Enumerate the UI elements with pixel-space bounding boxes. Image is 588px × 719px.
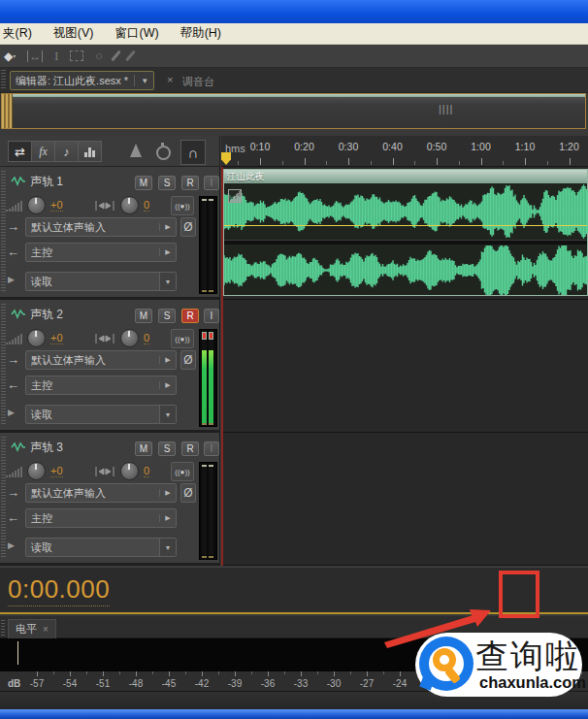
phase-invert-button[interactable]: Ø bbox=[180, 350, 196, 370]
volume-value[interactable]: +0 bbox=[50, 199, 63, 212]
output-select[interactable]: 主控 ▶ bbox=[25, 376, 177, 395]
track-name[interactable]: 声轨 1 bbox=[30, 174, 63, 190]
pan-value[interactable]: 0 bbox=[144, 332, 149, 344]
timeline-lanes[interactable]: 江山此夜 bbox=[221, 167, 588, 566]
tab-editor[interactable]: 编辑器: 江山此夜.sesx * ▼ bbox=[10, 71, 154, 90]
menu-item-2[interactable]: 窗口(W) bbox=[115, 25, 159, 42]
input-select-arrow-icon[interactable]: ▶ bbox=[159, 223, 176, 231]
volume-value[interactable]: +0 bbox=[50, 332, 63, 344]
levels-tab-close-icon[interactable]: × bbox=[43, 624, 49, 635]
input-select-arrow-icon[interactable]: ▶ bbox=[159, 356, 176, 364]
metronome-icon[interactable] bbox=[130, 144, 142, 157]
output-select-arrow-icon[interactable]: ▶ bbox=[159, 514, 176, 522]
output-select-arrow-icon[interactable]: ▶ bbox=[159, 248, 176, 256]
input-monitor-button[interactable]: I bbox=[204, 176, 219, 190]
fade-in-handle[interactable] bbox=[228, 189, 242, 203]
tab-grip[interactable] bbox=[1, 70, 6, 89]
track1-lane[interactable]: 江山此夜 bbox=[221, 167, 588, 300]
spot-healing-brush-tool-icon[interactable] bbox=[125, 50, 136, 62]
move-tool-icon[interactable]: ◆▾ bbox=[4, 50, 16, 62]
menu-item-1[interactable]: 视图(V) bbox=[53, 25, 94, 42]
automation-select-arrow-icon[interactable]: ▼ bbox=[159, 406, 176, 423]
track-name[interactable]: 声轨 3 bbox=[30, 440, 63, 456]
eq-button[interactable] bbox=[78, 141, 102, 162]
pan-knob[interactable] bbox=[120, 462, 139, 480]
timer-icon[interactable] bbox=[156, 146, 171, 160]
output-select[interactable]: 主控 ▶ bbox=[25, 243, 177, 262]
lasso-tool-icon[interactable]: ○ bbox=[95, 49, 103, 62]
razor-tool-icon[interactable]: I bbox=[54, 50, 58, 62]
record-arm-button[interactable]: R bbox=[181, 309, 199, 323]
input-select[interactable]: 默认立体声输入 ▶ bbox=[25, 350, 177, 370]
solo-button[interactable]: S bbox=[158, 309, 176, 323]
navigator-grip-icon[interactable]: |||| bbox=[439, 103, 453, 114]
track-name[interactable]: 声轨 2 bbox=[30, 307, 63, 323]
mute-button[interactable]: M bbox=[135, 441, 152, 456]
volume-envelope-line[interactable] bbox=[224, 225, 587, 226]
solo-button[interactable]: S bbox=[158, 441, 176, 456]
zoom-navigator[interactable]: |||| bbox=[1, 93, 586, 129]
solo-button[interactable]: S bbox=[158, 176, 176, 190]
time-selection-tool-icon[interactable]: ↔ bbox=[27, 50, 43, 62]
input-monitor-button[interactable]: I bbox=[204, 441, 219, 456]
automation-collapse-icon[interactable]: ▶ bbox=[8, 408, 15, 417]
time-display[interactable]: 0:00.000 bbox=[8, 574, 110, 606]
menu-item-3[interactable]: 帮助(H) bbox=[180, 25, 221, 42]
volume-knob[interactable] bbox=[27, 462, 46, 480]
snap-magnet-button[interactable]: ∩ bbox=[180, 140, 206, 165]
record-arm-button[interactable]: R bbox=[181, 441, 199, 456]
window-title-bar[interactable] bbox=[0, 0, 588, 23]
pan-knob[interactable] bbox=[120, 196, 139, 214]
editor-tab-close-icon[interactable]: × bbox=[167, 74, 173, 85]
sends-button[interactable]: ♪ bbox=[54, 141, 79, 162]
output-select-arrow-icon[interactable]: ▶ bbox=[159, 381, 176, 389]
ruler-tick-label: 0:10 bbox=[250, 141, 270, 152]
volume-knob[interactable] bbox=[27, 329, 46, 347]
automation-mode-select[interactable]: 读取 ▼ bbox=[25, 538, 177, 557]
pan-value[interactable]: 0 bbox=[144, 199, 149, 212]
monitor-speaker-button[interactable]: ((●)) bbox=[171, 196, 194, 215]
pan-value[interactable]: 0 bbox=[144, 465, 149, 477]
editor-tab-dropdown-icon[interactable]: ▼ bbox=[141, 77, 148, 85]
playhead-marker[interactable] bbox=[221, 152, 231, 165]
navigator-left-handle[interactable] bbox=[2, 94, 13, 128]
phase-invert-button[interactable]: Ø bbox=[180, 483, 196, 503]
mute-button[interactable]: M bbox=[135, 309, 152, 323]
paintbrush-tool-icon[interactable] bbox=[111, 50, 121, 62]
playhead-line[interactable] bbox=[221, 167, 223, 566]
automation-mode-select[interactable]: 读取 ▼ bbox=[25, 405, 177, 424]
levels-tab[interactable]: 电平 × bbox=[8, 619, 56, 638]
track-grip[interactable] bbox=[1, 171, 6, 293]
volume-value[interactable]: +0 bbox=[50, 465, 63, 477]
timeline-ruler[interactable]: hms 0:100:200:300:400:501:001:101:20 bbox=[221, 136, 588, 167]
automation-select-arrow-icon[interactable]: ▼ bbox=[159, 539, 176, 556]
track3-lane[interactable] bbox=[221, 433, 588, 566]
effects-button[interactable]: fx bbox=[31, 141, 55, 162]
automation-mode-select[interactable]: 读取 ▼ bbox=[25, 272, 177, 291]
automation-collapse-icon[interactable]: ▶ bbox=[8, 540, 15, 550]
output-select[interactable]: 主控 ▶ bbox=[25, 508, 177, 528]
levels-grip[interactable] bbox=[1, 620, 5, 636]
io-routing-button[interactable]: ⇄ bbox=[8, 141, 32, 162]
track-grip[interactable] bbox=[1, 304, 6, 426]
volume-knob[interactable] bbox=[27, 196, 46, 214]
input-select[interactable]: 默认立体声输入 ▶ bbox=[25, 483, 177, 503]
input-select[interactable]: 默认立体声输入 ▶ bbox=[25, 217, 177, 237]
mute-button[interactable]: M bbox=[135, 176, 152, 190]
record-arm-button[interactable]: R bbox=[181, 176, 199, 190]
phase-invert-button[interactable]: Ø bbox=[180, 217, 196, 237]
clip-header[interactable] bbox=[224, 170, 587, 183]
track2-lane[interactable] bbox=[221, 300, 588, 433]
input-monitor-button[interactable]: I bbox=[204, 309, 219, 323]
menu-item-0[interactable]: 夹(R) bbox=[3, 25, 32, 42]
marquee-tool-icon[interactable] bbox=[70, 50, 83, 61]
tab-mixer[interactable]: 调音台 bbox=[182, 75, 214, 89]
monitor-speaker-button[interactable]: ((●)) bbox=[171, 329, 194, 348]
pan-knob[interactable] bbox=[120, 329, 139, 347]
track-grip[interactable] bbox=[1, 437, 6, 559]
automation-select-arrow-icon[interactable]: ▼ bbox=[159, 273, 176, 290]
monitor-speaker-button[interactable]: ((●)) bbox=[171, 462, 194, 481]
input-select-arrow-icon[interactable]: ▶ bbox=[159, 489, 176, 497]
audio-clip[interactable]: 江山此夜 bbox=[223, 169, 588, 296]
automation-collapse-icon[interactable]: ▶ bbox=[8, 275, 15, 284]
